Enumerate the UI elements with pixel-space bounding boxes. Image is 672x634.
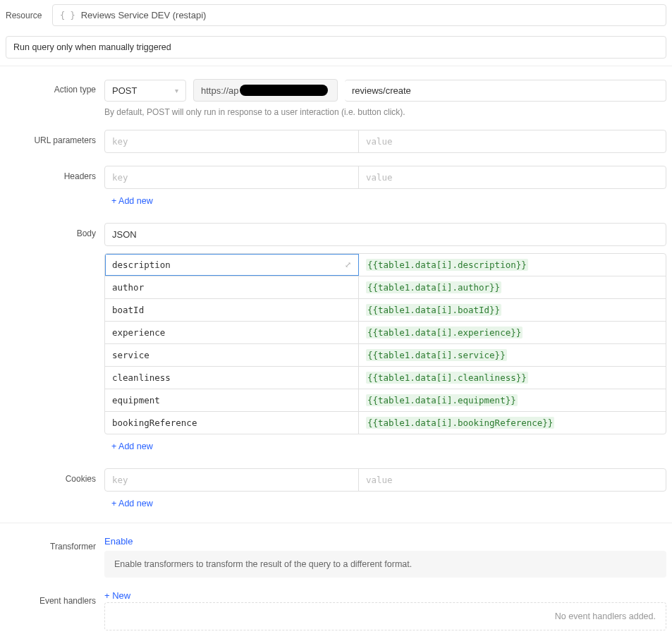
body-value-input[interactable]: {{table1.data[i].experience}} bbox=[359, 322, 666, 343]
body-key-input[interactable]: experience bbox=[105, 322, 359, 343]
body-value-input[interactable]: {{table1.data[i].author}} bbox=[359, 276, 666, 298]
transformer-label: Transformer bbox=[6, 536, 104, 551]
body-key-input[interactable]: description⤢ bbox=[105, 254, 359, 276]
trigger-text: Run query only when manually triggered bbox=[13, 42, 171, 52]
body-value-expression: {{table1.data[i].author}} bbox=[366, 281, 501, 293]
body-row: service{{table1.data[i].service}} bbox=[105, 344, 666, 367]
headers-add-new[interactable]: + Add new bbox=[104, 189, 666, 210]
resource-select[interactable]: { } Reviews Service DEV (restapi) bbox=[52, 4, 666, 26]
body-value-expression: {{table1.data[i].equipment}} bbox=[366, 394, 518, 406]
body-key-input[interactable]: boatId bbox=[105, 299, 359, 321]
body-value-input[interactable]: {{table1.data[i].description}} bbox=[359, 254, 666, 276]
body-value-expression: {{table1.data[i].boatId}} bbox=[366, 304, 501, 316]
url-param-key-input[interactable]: key bbox=[105, 130, 359, 152]
body-key-input[interactable]: service bbox=[105, 344, 359, 366]
body-value-input[interactable]: {{table1.data[i].service}} bbox=[359, 344, 666, 366]
base-url-display: https://ap bbox=[193, 79, 338, 102]
body-row: cleanliness{{table1.data[i].cleanliness}… bbox=[105, 367, 666, 389]
header-value-input[interactable]: value bbox=[359, 166, 666, 188]
cookies-add-new[interactable]: + Add new bbox=[104, 492, 666, 513]
body-value-input[interactable]: {{table1.data[i].boatId}} bbox=[359, 299, 666, 321]
headers-label: Headers bbox=[6, 166, 104, 181]
body-value-expression: {{table1.data[i].bookingReference}} bbox=[366, 417, 554, 429]
event-handlers-label: Event handlers bbox=[6, 590, 104, 606]
base-url-prefix: https://ap bbox=[201, 85, 238, 96]
body-type-value: JSON bbox=[112, 229, 137, 240]
body-value-expression: {{table1.data[i].experience}} bbox=[366, 327, 523, 339]
body-row: author{{table1.data[i].author}} bbox=[105, 276, 666, 299]
body-value-input[interactable]: {{table1.data[i].equipment}} bbox=[359, 389, 666, 411]
body-row: equipment{{table1.data[i].equipment}} bbox=[105, 389, 666, 412]
cookie-key-input[interactable]: key bbox=[105, 469, 359, 491]
body-value-input[interactable]: {{table1.data[i].bookingReference}} bbox=[359, 412, 666, 434]
body-add-new[interactable]: + Add new bbox=[104, 434, 666, 456]
action-hint: By default, POST will only run in respon… bbox=[104, 107, 666, 117]
cookie-value-input[interactable]: value bbox=[359, 469, 666, 491]
resource-value: Reviews Service DEV (restapi) bbox=[81, 10, 207, 20]
url-params-row-empty: key value bbox=[105, 130, 666, 152]
body-key-text: boatId bbox=[112, 305, 144, 315]
transformer-enable-link[interactable]: Enable bbox=[104, 535, 133, 547]
body-key-text: equipment bbox=[112, 395, 160, 406]
body-key-text: service bbox=[112, 350, 149, 360]
cookies-table: key value bbox=[104, 468, 666, 492]
body-key-text: bookingReference bbox=[112, 417, 197, 428]
body-label: Body bbox=[6, 223, 104, 238]
divider bbox=[0, 523, 672, 523]
cookies-row-empty: key value bbox=[105, 469, 666, 491]
headers-row-empty: key value bbox=[105, 166, 666, 188]
transformer-info: Enable transformers to transform the res… bbox=[104, 551, 666, 578]
body-table: description⤢{{table1.data[i].description… bbox=[104, 253, 666, 434]
body-key-input[interactable]: equipment bbox=[105, 389, 359, 411]
body-row: bookingReference{{table1.data[i].booking… bbox=[105, 412, 666, 434]
body-row: description⤢{{table1.data[i].description… bbox=[105, 254, 666, 276]
url-param-value-input[interactable]: value bbox=[359, 130, 666, 152]
http-method-value: POST bbox=[112, 85, 137, 96]
body-key-text: description bbox=[112, 260, 171, 270]
url-path-value: reviews/create bbox=[352, 85, 411, 96]
body-key-text: author bbox=[112, 282, 144, 293]
body-key-input[interactable]: cleanliness bbox=[105, 367, 359, 389]
body-value-expression: {{table1.data[i].cleanliness}} bbox=[366, 372, 528, 384]
body-key-text: cleanliness bbox=[112, 372, 171, 383]
headers-table: key value bbox=[104, 166, 666, 189]
cookies-label: Cookies bbox=[6, 468, 104, 484]
header-key-input[interactable]: key bbox=[105, 166, 359, 188]
action-type-label: Action type bbox=[6, 79, 104, 95]
http-method-select[interactable]: POST ▾ bbox=[104, 80, 186, 102]
body-key-input[interactable]: author bbox=[105, 276, 359, 298]
body-value-expression: {{table1.data[i].description}} bbox=[366, 259, 528, 271]
url-params-table: key value bbox=[104, 130, 666, 153]
braces-icon: { } bbox=[60, 11, 75, 20]
body-value-input[interactable]: {{table1.data[i].cleanliness}} bbox=[359, 367, 666, 389]
redacted-block bbox=[240, 85, 328, 96]
body-type-select[interactable]: JSON bbox=[104, 223, 666, 246]
body-key-text: experience bbox=[112, 327, 165, 338]
event-handlers-empty: No event handlers added. bbox=[104, 602, 666, 630]
chevron-down-icon: ▾ bbox=[175, 87, 178, 95]
run-trigger-select[interactable]: Run query only when manually triggered bbox=[6, 36, 666, 59]
body-key-input[interactable]: bookingReference bbox=[105, 412, 359, 434]
body-value-expression: {{table1.data[i].service}} bbox=[366, 349, 507, 361]
url-params-label: URL parameters bbox=[6, 130, 104, 145]
expand-icon[interactable]: ⤢ bbox=[345, 260, 351, 269]
event-handlers-new-link[interactable]: + New bbox=[104, 590, 130, 601]
divider bbox=[0, 66, 672, 66]
body-row: experience{{table1.data[i].experience}} bbox=[105, 322, 666, 344]
body-row: boatId{{table1.data[i].boatId}} bbox=[105, 299, 666, 322]
resource-label: Resource bbox=[6, 11, 52, 20]
url-path-input[interactable]: reviews/create bbox=[345, 80, 666, 102]
